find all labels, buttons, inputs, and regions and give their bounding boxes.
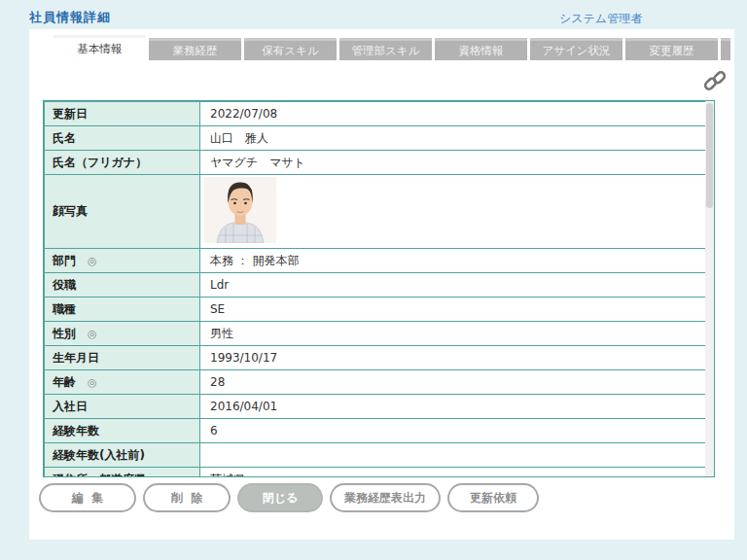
field-value: 1993/10/17 (200, 346, 714, 370)
tab-skill[interactable]: 保有スキル (244, 38, 337, 60)
table-row: 現住所 都道府県◎茨城県 (45, 468, 714, 478)
field-label: 生年月日 (45, 346, 200, 370)
field-label-text: 顔写真 (53, 204, 88, 218)
field-value: ヤマグチ マサト (200, 151, 714, 175)
field-label-text: 氏名（フリガナ） (53, 156, 147, 169)
logged-in-user[interactable]: システム管理者 (559, 11, 642, 27)
field-value: 男性 (200, 322, 714, 346)
field-label-text: 入社日 (53, 400, 88, 413)
table-row: 性別◎男性 (45, 322, 714, 346)
export-button[interactable]: 業務経歴表出力 (330, 483, 441, 512)
employee-photo (204, 177, 276, 243)
table-row: 氏名山口 雅人 (45, 126, 714, 151)
field-label-text: 現住所 都道府県 (53, 472, 146, 478)
field-value: 茨城県 (200, 468, 714, 478)
table-row: 入社日2016/04/01 (45, 395, 714, 419)
table-row: 生年月日1993/10/17 (45, 346, 714, 370)
field-value: 6 (200, 419, 714, 443)
field-label-text: 経験年数(入社前) (53, 448, 145, 462)
field-label: 経験年数 (45, 419, 200, 443)
required-marker-icon: ◎ (88, 328, 97, 340)
field-value: 28 (200, 370, 714, 395)
field-label-text: 経験年数 (53, 424, 99, 438)
field-label-text: 役職 (53, 278, 76, 292)
field-label-text: 部門 (53, 254, 76, 267)
field-label: 部門◎ (45, 249, 200, 273)
table-row: 職種SE (45, 298, 714, 322)
tab-basic[interactable]: 基本情報 (53, 35, 146, 60)
field-value: SE (200, 298, 714, 322)
table-row: 更新日2022/07/08 (45, 102, 714, 126)
field-label-text: 更新日 (53, 107, 88, 121)
required-marker-icon: ◎ (88, 255, 97, 267)
table-row: 顔写真 (45, 175, 714, 249)
table-row: 部門◎本務 ： 開発本部 (45, 249, 714, 273)
field-label-text: 氏名 (53, 131, 76, 145)
delete-button[interactable]: 削除 (143, 483, 231, 512)
field-label-text: 職種 (53, 302, 76, 316)
field-label: 性別◎ (45, 322, 200, 346)
scrollbar-thumb[interactable] (706, 103, 713, 208)
field-value: 本務 ： 開発本部 (200, 249, 714, 273)
field-label: 経験年数(入社前) (45, 443, 200, 468)
edit-button[interactable]: 編集 (39, 483, 136, 512)
tab-history[interactable]: 変更履歴 (625, 38, 718, 60)
field-label-text: 性別 (53, 327, 76, 340)
table-row: 経験年数(入社前) (45, 443, 714, 468)
tab-career[interactable]: 業務経歴 (149, 38, 241, 60)
field-value (200, 443, 714, 468)
field-label: 役職 (45, 273, 200, 298)
employee-detail-card: 基本情報業務経歴保有スキル管理部スキル資格情報アサイン状況変更履歴 更新日202… (29, 29, 734, 540)
table-row: 役職Ldr (45, 273, 714, 298)
field-value: Ldr (200, 273, 714, 298)
vertical-scrollbar[interactable] (705, 101, 714, 476)
close-button[interactable]: 閉じる (237, 483, 323, 512)
field-label: 現住所 都道府県◎ (45, 468, 200, 478)
field-label: 職種 (45, 298, 200, 322)
field-label-text: 生年月日 (53, 351, 99, 365)
page-title: 社員情報詳細 (29, 9, 111, 26)
field-label: 年齢◎ (45, 370, 200, 395)
field-value: 2016/04/01 (200, 395, 714, 419)
table-row: 経験年数6 (45, 419, 714, 443)
field-value: 2022/07/08 (200, 102, 714, 126)
tab-assign[interactable]: アサイン状況 (530, 38, 622, 60)
field-label: 更新日 (45, 102, 200, 126)
link-icon[interactable] (703, 69, 727, 92)
action-button-row: 編集削除閉じる業務経歴表出力更新依頼 (39, 483, 546, 512)
table-row: 氏名（フリガナ）ヤマグチ マサト (45, 151, 714, 175)
tab-admin-skill[interactable]: 管理部スキル (339, 38, 432, 60)
required-marker-icon: ◎ (88, 376, 97, 389)
required-marker-icon: ◎ (158, 473, 167, 478)
field-value (200, 175, 714, 249)
table-row: 年齢◎28 (45, 370, 714, 395)
field-label: 入社日 (45, 395, 200, 419)
field-value: 山口 雅人 (200, 126, 714, 151)
field-label: 氏名 (45, 126, 200, 151)
tab-bar: 基本情報業務経歴保有スキル管理部スキル資格情報アサイン状況変更履歴 (53, 35, 730, 60)
request-button[interactable]: 更新依頼 (447, 483, 539, 512)
field-label-text: 年齢 (53, 375, 76, 389)
field-label: 氏名（フリガナ） (45, 151, 200, 175)
employee-info-table: 更新日2022/07/08氏名山口 雅人氏名（フリガナ）ヤマグチ マサト顔写真 … (44, 101, 714, 477)
tab-license[interactable]: 資格情報 (435, 38, 527, 60)
field-label: 顔写真 (45, 175, 200, 249)
employee-info-table-container: 更新日2022/07/08氏名山口 雅人氏名（フリガナ）ヤマグチ マサト顔写真 … (43, 100, 715, 477)
tab-partial-clipped (721, 38, 730, 60)
